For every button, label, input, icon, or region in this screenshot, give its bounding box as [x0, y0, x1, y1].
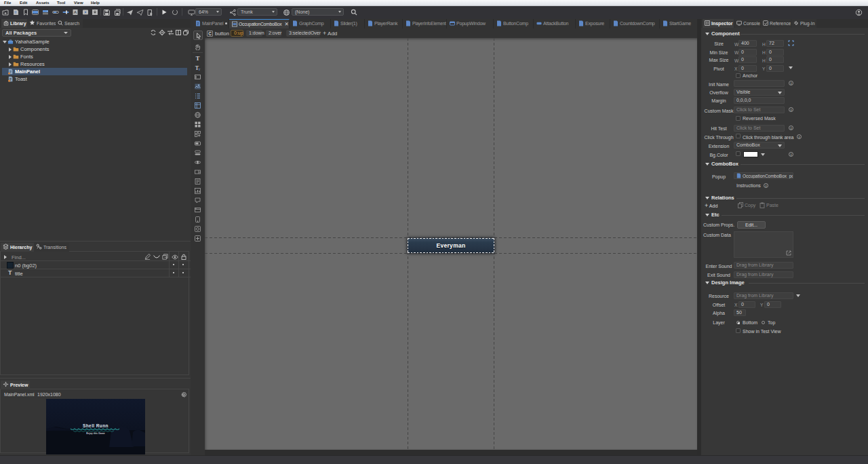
svg-text:Shell Runn: Shell Runn: [83, 423, 108, 428]
svg-text:Enjoy this Game: Enjoy this Game: [86, 432, 104, 435]
svg-text:A: A: [74, 10, 77, 14]
svg-text:T: T: [198, 68, 201, 71]
svg-text:T: T: [195, 55, 199, 61]
